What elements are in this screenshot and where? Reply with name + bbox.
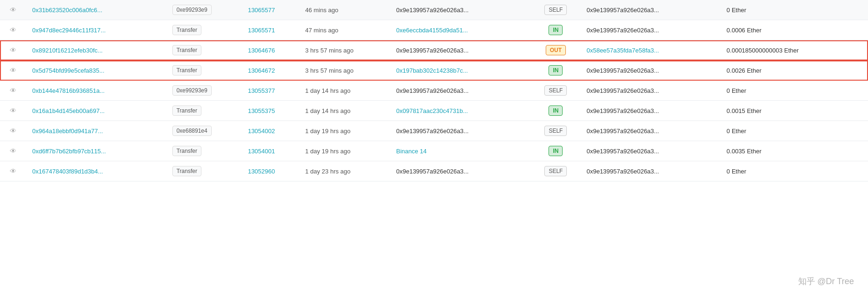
direction-badge: IN — [549, 65, 563, 75]
eye-cell: 👁 — [0, 161, 27, 181]
from-address: 0x9e139957a926e026a3... — [396, 168, 469, 175]
tx-hash-link[interactable]: 0x31b623520c006a0fc6... — [32, 7, 103, 14]
block-cell: 13065577 — [242, 0, 299, 20]
from-cell: 0x9e139957a926e026a3... — [391, 40, 531, 60]
from-address-link[interactable]: 0x197bab302c14238b7c... — [396, 67, 468, 74]
tx-hash-link[interactable]: 0x964a18ebbf0d941a77... — [32, 128, 103, 135]
to-address: 0x9e139957a926e026a3... — [586, 168, 659, 175]
direction-badge: SELF — [544, 5, 567, 15]
to-address: 0x9e139957a926e026a3... — [586, 27, 659, 34]
eye-icon[interactable]: 👁 — [10, 67, 16, 74]
block-link[interactable]: 13065577 — [248, 7, 275, 14]
tx-hash-link[interactable]: 0x947d8ec29446c11f317... — [32, 27, 106, 34]
direction-badge: IN — [549, 105, 563, 116]
method-cell: Transfer — [167, 161, 243, 181]
from-address-link[interactable]: Binance 14 — [396, 148, 427, 155]
tx-hash-cell: 0x167478403f89d1d3b4... — [27, 161, 167, 181]
direction-cell: SELF — [531, 121, 581, 141]
block-link[interactable]: 13054002 — [248, 128, 275, 135]
block-link[interactable]: 13054001 — [248, 148, 275, 155]
from-address: 0x9e139957a926e026a3... — [396, 7, 469, 14]
method-badge: 0xe99293e9 — [172, 5, 212, 15]
block-cell: 13065571 — [242, 20, 299, 40]
transactions-table: 👁0x31b623520c006a0fc6...0xe99293e9130655… — [0, 0, 868, 181]
method-badge: 0xe99293e9 — [172, 85, 212, 96]
method-cell: 0xe99293e9 — [167, 0, 243, 20]
eye-icon[interactable]: 👁 — [10, 87, 16, 94]
eye-icon[interactable]: 👁 — [10, 147, 16, 155]
age-cell: 1 day 19 hrs ago — [299, 141, 390, 161]
eye-cell: 👁 — [0, 81, 27, 101]
tx-hash-cell: 0xb144e47816b936851a... — [27, 81, 167, 101]
value-cell: 0 Ether — [721, 0, 847, 20]
to-cell: 0x58ee57a35fda7e58fa3... — [581, 40, 721, 60]
method-cell: 0xe99293e9 — [167, 81, 243, 101]
block-link[interactable]: 13055375 — [248, 107, 275, 114]
age-cell: 1 day 14 hrs ago — [299, 81, 390, 101]
direction-cell: IN — [531, 20, 581, 40]
to-address: 0x9e139957a926e026a3... — [586, 107, 659, 114]
table-row: 👁0x16a1b4d145eb00a697...Transfer13055375… — [0, 101, 868, 121]
extra-cell — [847, 20, 868, 40]
method-badge: Transfer — [172, 146, 201, 156]
method-cell: Transfer — [167, 101, 243, 121]
from-cell: 0x9e139957a926e026a3... — [391, 0, 531, 20]
tx-hash-cell: 0x31b623520c006a0fc6... — [27, 0, 167, 20]
tx-hash-link[interactable]: 0xd6ff7b7b62bfb97cb115... — [32, 148, 106, 155]
direction-cell: SELF — [531, 81, 581, 101]
to-address: 0x9e139957a926e026a3... — [586, 7, 659, 14]
method-badge: Transfer — [172, 65, 201, 75]
eye-icon[interactable]: 👁 — [10, 26, 16, 34]
age-cell: 1 day 23 hrs ago — [299, 161, 390, 181]
eye-icon[interactable]: 👁 — [10, 107, 16, 114]
method-cell: 0xe68891e4 — [167, 121, 243, 141]
block-link[interactable]: 13065571 — [248, 27, 275, 34]
from-cell: 0x097817aac230c4731b... — [391, 101, 531, 121]
from-address-link[interactable]: 0xe6eccbda4155d9da51... — [396, 27, 468, 34]
value-cell: 0.0015 Ether — [721, 101, 847, 121]
tx-hash-link[interactable]: 0x16a1b4d145eb00a697... — [32, 107, 105, 114]
to-cell: 0x9e139957a926e026a3... — [581, 60, 721, 81]
value-cell: 0 Ether — [721, 161, 847, 181]
block-link[interactable]: 13064676 — [248, 47, 275, 54]
block-cell: 13055377 — [242, 81, 299, 101]
table-row: 👁0x89210f16212efeb30fc...Transfer1306467… — [0, 40, 868, 60]
tx-hash-cell: 0x964a18ebbf0d941a77... — [27, 121, 167, 141]
value-cell: 0 Ether — [721, 121, 847, 141]
table-row: 👁0x5d754bfd99e5cefa835...Transfer1306467… — [0, 60, 868, 81]
eye-icon[interactable]: 👁 — [10, 167, 16, 175]
extra-cell — [847, 60, 868, 81]
to-address: 0x9e139957a926e026a3... — [586, 67, 659, 74]
table-row: 👁0x947d8ec29446c11f317...Transfer1306557… — [0, 20, 868, 40]
block-link[interactable]: 13055377 — [248, 87, 275, 94]
direction-badge: SELF — [544, 85, 567, 96]
to-address-link[interactable]: 0x58ee57a35fda7e58fa3... — [586, 47, 659, 54]
direction-cell: SELF — [531, 0, 581, 20]
table-row: 👁0xb144e47816b936851a...0xe99293e9130553… — [0, 81, 868, 101]
eye-cell: 👁 — [0, 20, 27, 40]
from-address: 0x9e139957a926e026a3... — [396, 128, 469, 135]
eye-icon[interactable]: 👁 — [10, 127, 16, 135]
direction-badge: SELF — [544, 126, 567, 136]
direction-badge: IN — [549, 25, 563, 35]
to-address: 0x9e139957a926e026a3... — [586, 128, 659, 135]
block-cell: 13052960 — [242, 161, 299, 181]
eye-cell: 👁 — [0, 0, 27, 20]
tx-hash-cell: 0x5d754bfd99e5cefa835... — [27, 60, 167, 81]
tx-hash-link[interactable]: 0x167478403f89d1d3b4... — [32, 168, 103, 175]
extra-cell — [847, 161, 868, 181]
block-link[interactable]: 13052960 — [248, 168, 275, 175]
eye-icon[interactable]: 👁 — [10, 6, 16, 14]
tx-hash-link[interactable]: 0x5d754bfd99e5cefa835... — [32, 67, 104, 74]
age-cell: 1 day 14 hrs ago — [299, 101, 390, 121]
block-cell: 13054001 — [242, 141, 299, 161]
eye-cell: 👁 — [0, 40, 27, 60]
block-link[interactable]: 13064672 — [248, 67, 275, 74]
to-address: 0x9e139957a926e026a3... — [586, 87, 659, 94]
to-cell: 0x9e139957a926e026a3... — [581, 161, 721, 181]
tx-hash-link[interactable]: 0x89210f16212efeb30fc... — [32, 47, 103, 54]
eye-icon[interactable]: 👁 — [10, 46, 16, 54]
tx-hash-link[interactable]: 0xb144e47816b936851a... — [32, 87, 105, 94]
age-cell: 1 day 19 hrs ago — [299, 121, 390, 141]
from-address-link[interactable]: 0x097817aac230c4731b... — [396, 107, 468, 114]
